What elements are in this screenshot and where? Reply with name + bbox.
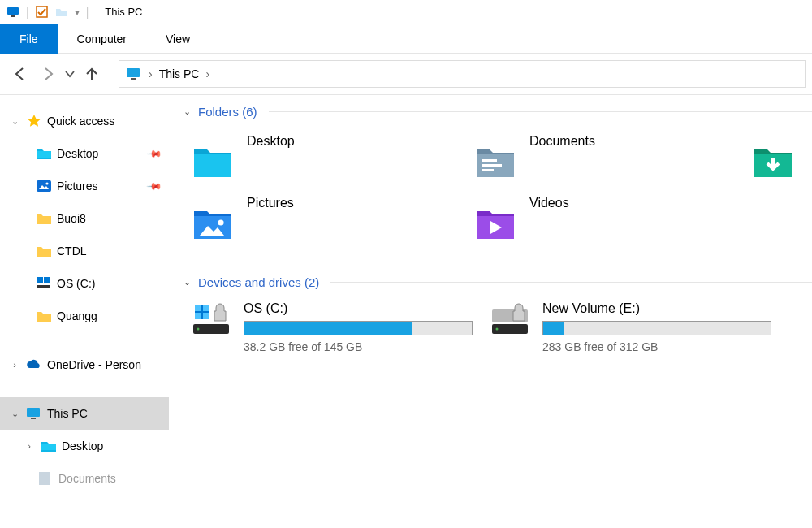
documents-icon bbox=[37, 470, 54, 487]
svg-rect-18 bbox=[482, 164, 502, 167]
title-bar: | ▾ | This PC bbox=[0, 0, 812, 24]
nav-row: › This PC › bbox=[0, 54, 812, 94]
sidebar-item-label: Quick access bbox=[47, 115, 114, 128]
documents-folder-icon bbox=[474, 143, 516, 180]
drive-capacity-bar bbox=[542, 321, 771, 335]
drive-info: New Volume (E:) 283 GB free of 312 GB bbox=[542, 301, 771, 353]
sidebar-quick-desktop[interactable]: Desktop 📌 bbox=[0, 137, 169, 170]
drive-icon bbox=[36, 275, 52, 292]
sidebar-item-label: OS (C:) bbox=[57, 277, 95, 290]
svg-rect-27 bbox=[195, 313, 201, 319]
up-button[interactable] bbox=[78, 60, 106, 88]
svg-rect-0 bbox=[7, 7, 19, 15]
chevron-right-icon[interactable]: › bbox=[23, 441, 36, 451]
desktop-icon bbox=[41, 438, 57, 454]
svg-rect-6 bbox=[37, 180, 51, 192]
forward-button[interactable] bbox=[34, 60, 62, 88]
folder-desktop[interactable]: Desktop bbox=[180, 131, 460, 193]
sidebar-quick-access[interactable]: ⌄ Quick access bbox=[0, 105, 169, 137]
address-bar[interactable]: › This PC › bbox=[119, 60, 806, 88]
sidebar-item-label: Documents bbox=[58, 472, 116, 485]
sidebar-onedrive[interactable]: › OneDrive - Person bbox=[0, 348, 169, 381]
checkbox-icon[interactable] bbox=[36, 6, 49, 19]
folder-label: Desktop bbox=[247, 134, 295, 149]
svg-rect-11 bbox=[27, 408, 40, 417]
drive-new-volume-e[interactable]: New Volume (E:) 283 GB free of 312 GB bbox=[479, 301, 771, 353]
svg-point-33 bbox=[496, 328, 499, 331]
group-label: Folders (6) bbox=[198, 105, 257, 119]
sidebar-quick-quangg[interactable]: Quangg bbox=[0, 300, 169, 332]
desktop-folder-icon bbox=[192, 143, 234, 180]
sidebar-item-label: This PC bbox=[47, 407, 88, 420]
sidebar-quick-osc[interactable]: OS (C:) bbox=[0, 267, 169, 300]
chevron-down-icon[interactable]: ⌄ bbox=[8, 409, 21, 419]
sidebar-item-label: CTDL bbox=[57, 245, 87, 258]
content-area: ⌄ Quick access Desktop 📌 Pictures 📌 Buo bbox=[0, 94, 812, 528]
videos-folder-icon bbox=[474, 205, 516, 242]
tab-view[interactable]: View bbox=[146, 24, 209, 54]
tab-computer[interactable]: Computer bbox=[58, 24, 146, 54]
sidebar-quick-pictures[interactable]: Pictures 📌 bbox=[0, 170, 169, 202]
drive-os-c[interactable]: OS (C:) 38.2 GB free of 145 GB bbox=[180, 301, 473, 353]
svg-rect-10 bbox=[37, 285, 50, 288]
sidebar-quick-buoi8[interactable]: Buoi8 bbox=[0, 202, 169, 235]
chevron-down-icon[interactable]: ⌄ bbox=[8, 116, 21, 127]
svg-rect-13 bbox=[41, 444, 56, 450]
pictures-icon bbox=[36, 178, 52, 194]
svg-rect-12 bbox=[31, 418, 36, 419]
cloud-icon bbox=[26, 357, 42, 373]
monitor-icon bbox=[6, 6, 19, 19]
folder-label: Pictures bbox=[247, 196, 294, 210]
folder-pictures[interactable]: Pictures bbox=[180, 193, 460, 254]
folder-label: Videos bbox=[529, 196, 569, 210]
divider bbox=[330, 282, 812, 283]
monitor-icon bbox=[26, 405, 42, 422]
chevron-down-icon[interactable]: ⌄ bbox=[180, 106, 193, 117]
splitter[interactable] bbox=[169, 95, 175, 528]
folder-videos[interactable]: Videos bbox=[463, 193, 742, 254]
recent-dropdown[interactable] bbox=[62, 60, 78, 88]
qat-separator-2: | bbox=[86, 6, 89, 19]
sidebar-quick-ctdl[interactable]: CTDL bbox=[0, 235, 169, 267]
sidebar-this-pc[interactable]: ⌄ This PC bbox=[0, 397, 169, 430]
qat-dropdown-icon[interactable]: ▾ bbox=[75, 6, 80, 18]
svg-rect-17 bbox=[482, 159, 497, 162]
tab-file[interactable]: File bbox=[0, 24, 58, 54]
pin-icon: 📌 bbox=[146, 178, 163, 195]
svg-rect-15 bbox=[194, 154, 231, 177]
svg-rect-2 bbox=[37, 6, 47, 17]
folder-small-icon[interactable] bbox=[55, 6, 68, 19]
chevron-down-icon[interactable]: ⌄ bbox=[180, 277, 193, 288]
drive-icon bbox=[490, 301, 533, 353]
svg-rect-1 bbox=[11, 15, 15, 17]
sidebar-item-label: Pictures bbox=[57, 180, 98, 193]
drive-free-text: 283 GB free of 312 GB bbox=[542, 340, 771, 353]
svg-rect-19 bbox=[482, 169, 494, 171]
sidebar-pc-documents[interactable]: Documents bbox=[0, 462, 169, 495]
ribbon-tabs: File Computer View bbox=[0, 24, 812, 54]
svg-rect-4 bbox=[131, 78, 136, 80]
folder-icon bbox=[36, 243, 52, 259]
folders-grid: Desktop Documents Pictures bbox=[180, 123, 812, 270]
desktop-icon bbox=[36, 145, 52, 162]
svg-rect-8 bbox=[37, 277, 43, 283]
drives-row: OS (C:) 38.2 GB free of 145 GB New Volum… bbox=[180, 293, 812, 353]
breadcrumb-chevron[interactable]: › bbox=[149, 67, 153, 80]
downloads-folder-icon bbox=[752, 143, 794, 180]
window-title: This PC bbox=[105, 6, 142, 18]
group-drives-header[interactable]: ⌄ Devices and drives (2) bbox=[180, 270, 812, 293]
sidebar-item-label: OneDrive - Person bbox=[47, 358, 141, 371]
back-button[interactable] bbox=[6, 60, 34, 88]
folder-downloads[interactable] bbox=[745, 131, 794, 193]
chevron-right-icon[interactable]: › bbox=[8, 360, 21, 370]
group-folders-header[interactable]: ⌄ Folders (6) bbox=[180, 100, 812, 123]
sidebar-pc-desktop[interactable]: › Desktop bbox=[0, 430, 169, 462]
folder-documents[interactable]: Documents bbox=[463, 131, 742, 193]
breadcrumb-chevron-end[interactable]: › bbox=[205, 67, 209, 80]
svg-point-30 bbox=[197, 328, 200, 331]
breadcrumb-this-pc[interactable]: This PC bbox=[159, 67, 200, 80]
drive-capacity-bar bbox=[244, 321, 473, 335]
sidebar-item-label: Quangg bbox=[57, 309, 97, 322]
folder-label: Documents bbox=[529, 134, 595, 149]
svg-rect-25 bbox=[195, 305, 201, 311]
